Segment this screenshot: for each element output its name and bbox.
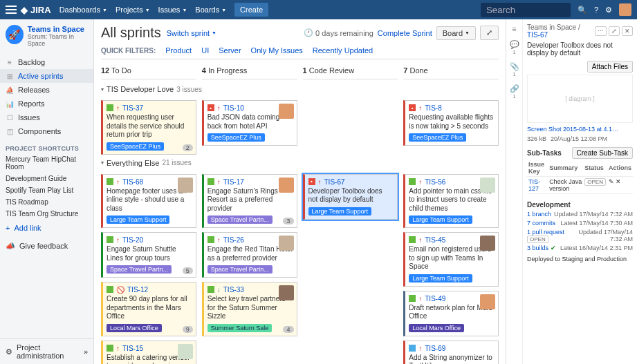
dev-commits[interactable]: 7 commits xyxy=(527,220,555,227)
epic-label[interactable]: Local Mars Office xyxy=(409,324,464,332)
add-link-button[interactable]: +Add link xyxy=(0,220,93,236)
assignee-avatar[interactable] xyxy=(480,236,495,251)
megaphone-icon: 📣 xyxy=(6,242,15,251)
assignee-avatar[interactable] xyxy=(279,104,294,119)
filter-my-issues[interactable]: Only My Issues xyxy=(251,46,303,55)
card-tis67[interactable]: •↑TIS-67 Developer Toolbox does not disp… xyxy=(303,174,398,220)
epic-label[interactable]: SeeSpaceEZ Plus xyxy=(107,142,164,151)
assignee-avatar[interactable] xyxy=(178,344,193,359)
priority-up-icon: ↑ xyxy=(418,178,422,186)
epic-label[interactable]: Large Team Support xyxy=(308,207,371,215)
project-admin[interactable]: ⚙Project administration» xyxy=(0,338,93,364)
complete-sprint[interactable]: Complete Sprint xyxy=(378,29,432,37)
card-tis37[interactable]: ↑TIS-37 When requesting user details the… xyxy=(101,100,196,155)
filter-ui[interactable]: UI xyxy=(201,46,209,55)
sidebar-issues[interactable]: ☐Issues xyxy=(0,111,93,124)
jira-logo[interactable]: ◆JIRA xyxy=(21,5,51,15)
assignee-avatar[interactable] xyxy=(178,178,193,193)
card-tis45[interactable]: ↑TIS-45 Email non registered users to si… xyxy=(403,232,499,287)
give-feedback[interactable]: 📣Give feedback xyxy=(0,236,93,256)
card-tis15[interactable]: ↑TIS-15 Establish a catering vendor to p… xyxy=(101,341,196,365)
shortcut-link[interactable]: TIS Team Org Structure xyxy=(0,208,93,220)
delete-icon[interactable]: ✕ xyxy=(616,178,621,185)
epic-label[interactable]: Large Team Support xyxy=(107,215,169,224)
card-tis33[interactable]: ↓TIS-33 Select key travel partners for t… xyxy=(202,282,297,336)
edit-icon[interactable]: ✎ xyxy=(609,178,614,185)
sidebar-active-sprints[interactable]: ⊞Active sprints xyxy=(0,69,93,83)
fullscreen-button[interactable]: ⤢ xyxy=(480,26,499,40)
epic-label[interactable]: Space Travel Partn... xyxy=(207,215,273,224)
card-tis26[interactable]: ↑TIS-26 Engage the Red Titan Hotel as a … xyxy=(202,232,297,278)
filter-product[interactable]: Product xyxy=(165,46,192,55)
dev-branch[interactable]: 1 branch xyxy=(527,211,551,218)
menu-icon[interactable] xyxy=(6,6,17,14)
expand-icon[interactable]: ⤢ xyxy=(609,26,620,36)
detail-fields-icon[interactable]: ≡ xyxy=(512,25,516,33)
epic-label[interactable]: Large Team Support xyxy=(409,215,472,224)
project-header[interactable]: 🚀 Teams in Space Scrum: Teams In Space xyxy=(0,19,93,52)
nav-boards[interactable]: Boards▼ xyxy=(195,6,226,14)
nav-issues[interactable]: Issues▼ xyxy=(158,6,187,14)
shortcut-link[interactable]: Development Guide xyxy=(0,173,93,184)
gear-icon[interactable]: ⚙ xyxy=(605,6,612,15)
detail-link-icon[interactable]: 🔗1 xyxy=(510,84,519,99)
dev-pr[interactable]: 1 pull request xyxy=(527,229,564,236)
detail-attach-icon[interactable]: 📎1 xyxy=(510,62,519,77)
swimlane-else[interactable]: ▾Everything Else 21 issues xyxy=(101,159,499,167)
story-icon xyxy=(409,295,416,302)
card-tis17[interactable]: ↑TIS-17 Engage Saturn's Rings Resort as … xyxy=(202,174,297,229)
assignee-avatar[interactable] xyxy=(480,294,495,309)
more-icon[interactable]: ⋯ xyxy=(595,26,607,36)
epic-label[interactable]: SeeSpaceEZ Plus xyxy=(409,133,466,142)
sidebar-backlog[interactable]: ≡Backlog xyxy=(0,55,93,69)
assignee-avatar[interactable] xyxy=(279,236,294,251)
assignee-avatar[interactable] xyxy=(279,178,294,193)
card-tis8[interactable]: •↑TIS-8 Requesting available flights is … xyxy=(403,100,499,146)
card-tis56[interactable]: ↑TIS-56 Add pointer to main css file to … xyxy=(403,174,499,229)
epic-label[interactable]: Summer Saturn Sale xyxy=(207,324,273,332)
card-tis12[interactable]: 🚫TIS-12 Create 90 day plans for all depa… xyxy=(101,282,196,336)
detail-comments-icon[interactable]: 💬1 xyxy=(510,40,519,55)
story-icon xyxy=(107,178,113,185)
attachment-name[interactable]: Screen Shot 2015-08-13 at 4.1… xyxy=(527,126,618,133)
epic-label[interactable]: SeeSpaceEZ Plus xyxy=(207,133,265,142)
create-button[interactable]: Create xyxy=(234,3,268,17)
epic-label[interactable]: Large Team Support xyxy=(409,274,472,282)
card-tis20[interactable]: ↑TIS-20 Engage Saturn Shuttle Lines for … xyxy=(101,232,196,278)
shortcut-link[interactable]: TIS Roadmap xyxy=(0,196,93,208)
user-avatar[interactable] xyxy=(619,3,631,16)
swimlane-dev-love[interactable]: ▾TIS Developer Love 3 issues xyxy=(101,85,499,93)
attach-files-button[interactable]: Attach Files xyxy=(587,61,633,73)
epic-label[interactable]: Space Travel Partn... xyxy=(207,265,273,274)
filter-recent[interactable]: Recently Updated xyxy=(313,46,373,55)
issue-key-link[interactable]: TIS-67 xyxy=(527,31,548,39)
search-icon[interactable]: 🔍 xyxy=(578,6,587,15)
shortcut-link[interactable]: Spotify Team Play List xyxy=(0,184,93,196)
card-tis49[interactable]: ↑TIS-49 Draft network plan for Mars Offi… xyxy=(403,291,499,336)
create-subtask-button[interactable]: Create Sub-Task xyxy=(572,147,633,159)
nav-projects[interactable]: Projects▼ xyxy=(116,6,150,14)
board-menu[interactable]: Board▼ xyxy=(436,26,476,40)
attachment-thumbnail[interactable]: [ diagram ] xyxy=(527,75,633,123)
card-tis10[interactable]: •↑TIS-10 Bad JSON data coming back from … xyxy=(202,100,297,146)
card-tis69[interactable]: ↑TIS-69 Add a String anonymizer to TextU… xyxy=(403,341,499,365)
filter-server[interactable]: Server xyxy=(219,46,241,55)
epic-label[interactable]: Local Mars Office xyxy=(107,324,162,332)
chevron-down-icon: ▾ xyxy=(101,86,104,93)
switch-sprint[interactable]: Switch sprint▼ xyxy=(167,29,216,37)
nav-dashboards[interactable]: Dashboards▼ xyxy=(59,6,107,14)
sidebar-reports[interactable]: 📊Reports xyxy=(0,97,93,111)
sidebar-releases[interactable]: ⛵Releases xyxy=(0,83,93,97)
dev-builds[interactable]: 3 builds xyxy=(527,245,548,251)
search-input[interactable] xyxy=(481,3,571,17)
project-name: Teams in Space xyxy=(28,25,88,33)
epic-label[interactable]: Space Travel Partn... xyxy=(107,265,172,274)
sidebar-components[interactable]: ◫Components xyxy=(0,124,93,138)
assignee-avatar[interactable] xyxy=(279,285,294,300)
assignee-avatar[interactable] xyxy=(480,178,495,193)
help-icon[interactable]: ? xyxy=(594,6,598,14)
close-icon[interactable]: ✕ xyxy=(622,26,633,36)
subtask-row[interactable]: TIS-127 Check Java version OPEN ✎ ✕ xyxy=(527,177,633,194)
card-tis68[interactable]: ↑TIS-68 Homepage footer uses an inline s… xyxy=(101,174,196,229)
shortcut-link[interactable]: Mercury Team HipChat Room xyxy=(0,153,93,173)
